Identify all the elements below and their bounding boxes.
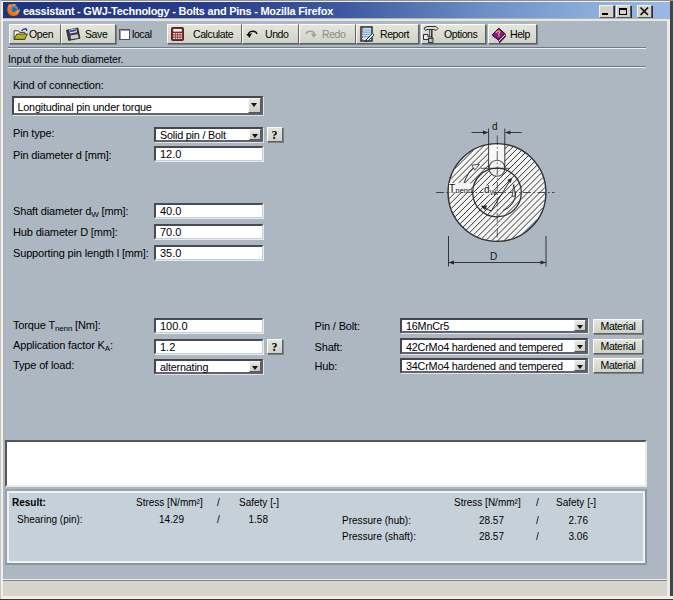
svg-text:nenn: nenn bbox=[456, 186, 473, 195]
svg-text:d: d bbox=[484, 184, 490, 195]
svg-text:D: D bbox=[490, 251, 497, 262]
svg-text:d: d bbox=[492, 121, 498, 132]
svg-text:T: T bbox=[449, 183, 455, 194]
svg-text:W: W bbox=[490, 189, 497, 196]
